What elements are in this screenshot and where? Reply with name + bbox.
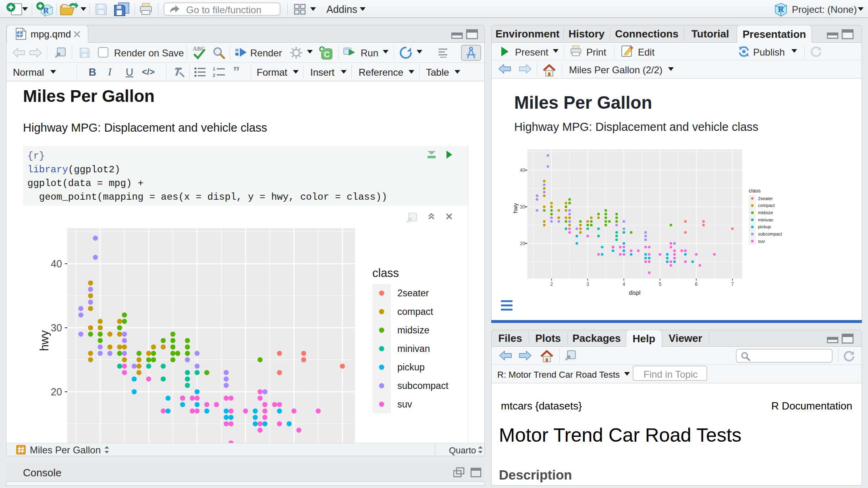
svg-text:hwy: hwy [39,330,51,351]
svg-text:suv: suv [397,399,412,409]
svg-text:6: 6 [695,281,698,287]
svg-text:class: class [749,188,761,194]
svg-text:pickup: pickup [758,224,771,229]
svg-text:2seater: 2seater [397,288,429,298]
svg-text:C: C [324,50,330,59]
svg-text:30: 30 [51,322,62,333]
svg-text:compact: compact [397,306,433,317]
svg-text:20: 20 [520,241,525,246]
svg-text:5: 5 [659,281,662,287]
svg-text:7: 7 [731,281,734,287]
svg-text:4: 4 [623,281,625,287]
svg-text:minivan: minivan [758,217,773,222]
svg-text:30: 30 [520,204,525,210]
svg-text:class: class [372,267,399,279]
svg-text:40: 40 [51,258,62,269]
svg-text:compact: compact [758,203,775,208]
svg-text:2: 2 [213,73,215,77]
svg-text:1: 1 [213,67,215,71]
svg-text:2: 2 [550,281,553,287]
svg-text:suv: suv [758,239,765,244]
svg-text:subcompact: subcompact [397,380,449,391]
svg-text:R: R [778,4,785,14]
svg-text:displ: displ [629,289,641,296]
svg-text:3: 3 [586,281,589,287]
svg-text:2seater: 2seater [758,196,773,201]
svg-text:20: 20 [51,386,62,397]
svg-text:midsize: midsize [397,325,430,335]
svg-text:pickup: pickup [397,362,425,372]
svg-text:midsize: midsize [758,210,773,215]
svg-text:minivan: minivan [397,343,430,354]
svg-text:subcompact: subcompact [758,232,782,236]
svg-text:40: 40 [520,167,525,173]
svg-text:hwy: hwy [512,203,519,213]
